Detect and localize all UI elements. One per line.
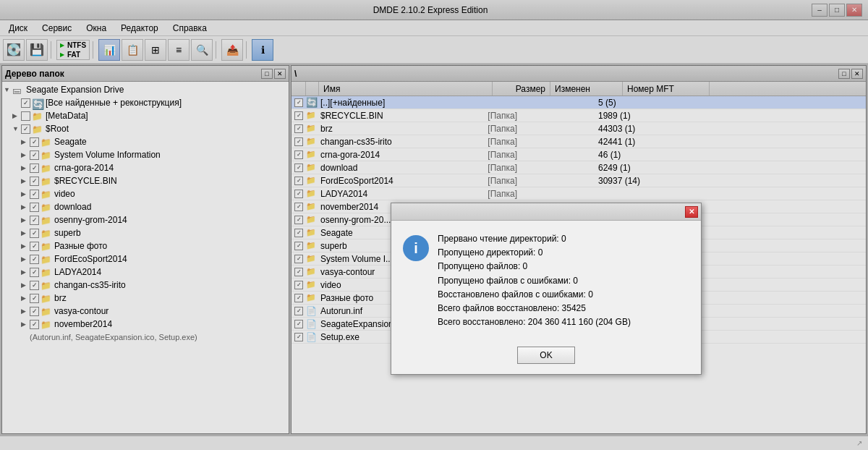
- dialog-overlay: ✕ i Прервано чтение директорий: 0 Пропущ…: [0, 0, 868, 450]
- dialog-line-1: Прервано чтение директорий: 0: [438, 232, 631, 246]
- dialog-titlebar: ✕: [391, 203, 701, 221]
- dialog-line-4: Пропущено файлов с ошибками: 0: [438, 274, 631, 288]
- ok-button[interactable]: OK: [517, 347, 575, 364]
- dialog-line-7: Всего восстановлено: 204 360 411 160 (20…: [438, 315, 631, 329]
- dialog-body: i Прервано чтение директорий: 0 Пропущен…: [391, 221, 701, 341]
- dialog-line-5: Восстановлено файлов с ошибками: 0: [438, 288, 631, 302]
- dialog-line-3: Пропущено файлов: 0: [438, 260, 631, 273]
- info-dialog: ✕ i Прервано чтение директорий: 0 Пропущ…: [391, 203, 702, 375]
- dialog-line-2: Пропущено директорий: 0: [438, 246, 631, 260]
- dialog-message: Прервано чтение директорий: 0 Пропущено …: [438, 232, 631, 329]
- dialog-close-button[interactable]: ✕: [685, 206, 698, 218]
- info-icon: i: [403, 235, 429, 261]
- dialog-line-6: Всего файлов восстановлено: 35425: [438, 302, 631, 315]
- dialog-footer: OK: [391, 341, 701, 374]
